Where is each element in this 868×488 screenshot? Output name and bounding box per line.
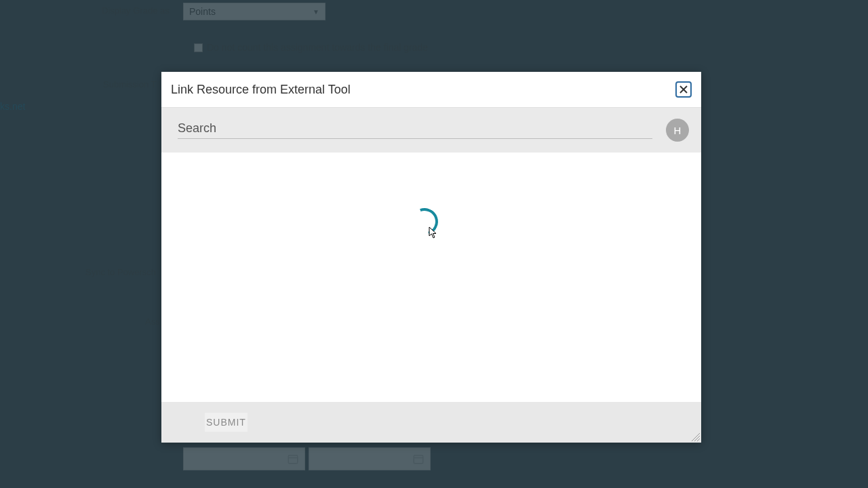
svg-line-8: [697, 439, 700, 441]
avatar[interactable]: H: [666, 119, 689, 142]
resize-handle[interactable]: [690, 432, 700, 441]
search-bar: Search H: [161, 108, 701, 152]
close-icon: [679, 85, 688, 94]
external-tool-modal: Link Resource from External Tool Search …: [161, 72, 701, 443]
modal-header: Link Resource from External Tool: [161, 72, 701, 108]
close-button[interactable]: [675, 81, 692, 98]
search-input[interactable]: Search: [178, 121, 652, 139]
submit-button[interactable]: SUBMIT: [205, 413, 248, 432]
modal-title: Link Resource from External Tool: [171, 83, 351, 97]
loading-spinner: [411, 208, 438, 235]
modal-footer: SUBMIT: [161, 402, 701, 443]
modal-body[interactable]: Search H: [161, 108, 701, 402]
svg-line-7: [694, 436, 700, 441]
content-area: [161, 152, 701, 396]
